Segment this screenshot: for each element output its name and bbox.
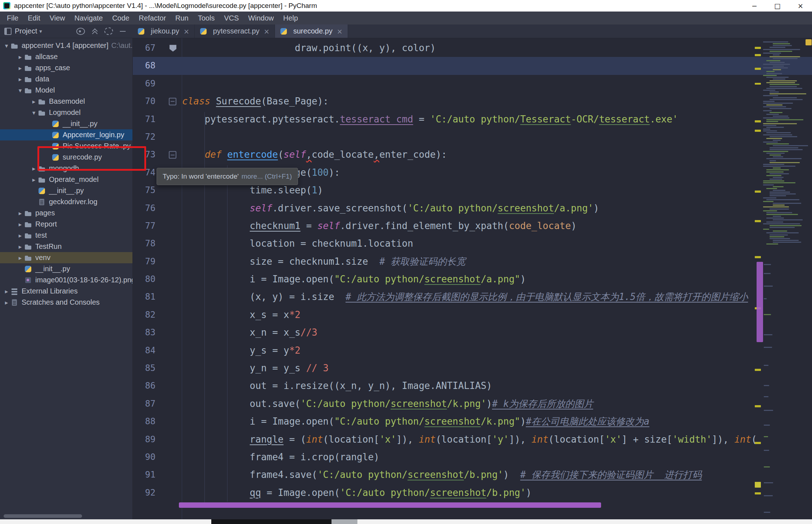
code-line-91[interactable]: 91 frame4.save('C:/auto python/screensho… [132, 466, 812, 484]
expand-icon[interactable]: ▸ [16, 76, 24, 83]
editor-vscrollbar-thumb[interactable] [757, 262, 763, 342]
code-line-88[interactable]: 88 i = Image.open("C:/auto python/screen… [132, 413, 812, 430]
chevron-down-icon[interactable]: ▾ [39, 28, 42, 35]
code-line-71[interactable]: 71 pytesseract.pytesseract.tesseract_cmd… [132, 111, 812, 128]
menu-item-view[interactable]: View [45, 12, 70, 24]
code-line-73[interactable]: 73 def entercode(self,code_locate,enter_… [132, 146, 812, 164]
tree-item-apps-case[interactable]: ▸apps_case [0, 62, 132, 73]
code-line-68[interactable]: 68 [132, 57, 812, 75]
code-line-86[interactable]: 86 out = i.resize((x_n, y_n), Image.ANTI… [132, 377, 812, 395]
tree-item-allcase[interactable]: ▸allcase [0, 51, 132, 62]
expand-icon[interactable]: ▸ [16, 243, 24, 250]
expand-icon[interactable]: ▸ [30, 98, 38, 105]
line-number: 68 [132, 57, 155, 75]
menu-item-file[interactable]: File [2, 12, 23, 24]
menu-item-refactor[interactable]: Refactor [134, 12, 171, 24]
code-line-77[interactable]: 77 checknum1 = self.driver.find_element_… [132, 217, 812, 235]
expand-icon[interactable]: ▸ [2, 288, 11, 295]
tree-item-geckodriver-log[interactable]: geckodriver.log [0, 196, 132, 207]
expand-icon[interactable]: ▸ [16, 64, 24, 72]
tree-item-operate-model[interactable]: ▸Operate_model [0, 174, 132, 185]
expand-icon[interactable]: ▸ [30, 176, 38, 183]
tree-item-scratches-and-consoles[interactable]: ▸Scratches and Consoles [0, 297, 132, 308]
project-panel-title[interactable]: Project [15, 27, 37, 35]
tab-pytesseract-py[interactable]: pytesseract.py× [195, 24, 275, 38]
code-line-84[interactable]: 84 y_s = y*2 [132, 342, 812, 359]
code-line-67[interactable]: 67 draw.point((x, y), color) [132, 39, 812, 57]
code-line-90[interactable]: 90 frame4 = i.crop(rangle) [132, 448, 812, 466]
tab-jiekou-py[interactable]: jiekou.py× [132, 24, 195, 38]
expand-icon[interactable]: ▸ [16, 254, 24, 261]
tab-surecode-py[interactable]: surecode.py× [275, 24, 348, 38]
code-line-92[interactable]: 92 qq = Image.open('C:/auto python/scree… [132, 484, 812, 502]
settings-icon[interactable] [104, 27, 113, 35]
tree-item-external-libraries[interactable]: ▸External Libraries [0, 286, 132, 297]
code-line-72[interactable]: 72 [132, 128, 812, 146]
minimize-button[interactable]: − [743, 0, 766, 12]
stripe-mark [755, 191, 761, 193]
editor[interactable]: 67 draw.point((x, y), color)686970class … [132, 38, 812, 519]
menu-item-help[interactable]: Help [279, 12, 303, 24]
expand-icon[interactable]: ▸ [16, 232, 24, 239]
project-hscrollbar-thumb[interactable] [4, 514, 82, 518]
menu-item-navigate[interactable]: Navigate [70, 12, 108, 24]
tree-item-pages[interactable]: ▸pages [0, 207, 132, 219]
expand-icon[interactable]: ▾ [30, 109, 38, 116]
tree-item-logmodel[interactable]: ▾Logmodel [0, 107, 132, 118]
tree-item-testrun[interactable]: ▸TestRun [0, 241, 132, 252]
code-text: out.save('C:/auto python/screenshot/k.pn… [180, 395, 593, 413]
tree-item-init-py[interactable]: __init__.py [0, 263, 132, 274]
fold-icon[interactable] [169, 151, 176, 159]
tab-close-icon[interactable]: × [264, 27, 270, 35]
tree-item-model[interactable]: ▾Model [0, 85, 132, 96]
menu-item-code[interactable]: Code [108, 12, 134, 24]
code-line-89[interactable]: 89 rangle = (int(location['x']), int(loc… [132, 431, 812, 448]
expand-icon[interactable]: ▸ [16, 53, 24, 61]
code-line-83[interactable]: 83 x_n = x_s//3 [132, 324, 812, 341]
fold-icon[interactable] [169, 98, 176, 105]
code-line-87[interactable]: 87 out.save('C:/auto python/screenshot/k… [132, 395, 812, 413]
expand-icon[interactable]: ▾ [16, 87, 24, 94]
code-line-82[interactable]: 82 x_s = x*2 [132, 306, 812, 324]
menu-item-tools[interactable]: Tools [193, 12, 220, 24]
code-line-69[interactable]: 69 [132, 75, 812, 93]
tree-item-init-py[interactable]: __init__.py [0, 185, 132, 196]
close-button[interactable]: × [789, 0, 812, 12]
hide-panel-icon[interactable] [119, 28, 126, 35]
code-line-80[interactable]: 80 i = Image.open("C:/auto python/screen… [132, 270, 812, 288]
tree-item-test[interactable]: ▸test [0, 230, 132, 241]
inspections-indicator[interactable] [806, 39, 812, 45]
tree-item-report[interactable]: ▸Report [0, 219, 132, 230]
minimap-line [766, 71, 775, 72]
locate-icon[interactable] [76, 28, 85, 35]
expand-icon[interactable]: ▾ [2, 42, 11, 49]
menu-item-window[interactable]: Window [244, 12, 279, 24]
tree-item-init-py[interactable]: __init__.py [0, 118, 132, 129]
expand-icon[interactable]: ▸ [2, 299, 11, 306]
code-line-79[interactable]: 79 size = checknum1.size # 获取验证码的长宽 [132, 253, 812, 270]
tree-item-venv[interactable]: ▸venv [0, 252, 132, 263]
menu-item-run[interactable]: Run [171, 12, 193, 24]
expand-icon[interactable]: ▸ [16, 210, 24, 217]
code-line-78[interactable]: 78 location = checknum1.location [132, 235, 812, 252]
menu-item-edit[interactable]: Edit [23, 12, 45, 24]
code-line-70[interactable]: 70class Surecode(Base_Page): [132, 93, 812, 110]
tab-close-icon[interactable]: × [337, 27, 343, 35]
expand-icon[interactable]: ▸ [30, 165, 38, 172]
code-line-85[interactable]: 85 y_n = y_s // 3 [132, 359, 812, 377]
editor-hscrollbar-thumb[interactable] [179, 502, 601, 508]
tree-item-appcenter-login-py[interactable]: Appcenter_login.py [0, 129, 132, 140]
collapse-all-icon[interactable] [91, 28, 98, 35]
code-line-76[interactable]: 76 self.driver.save_screenshot('C:/auto … [132, 200, 812, 217]
maximize-button[interactable]: □ [766, 0, 789, 12]
tree-item-appcenter-v1-4-appcenter[interactable]: ▾appcenter V1.4 [appcenter]C:\aut... [0, 40, 132, 51]
menu-item-vcs[interactable]: VCS [219, 12, 243, 24]
code-line-81[interactable]: 81 (x, y) = i.size # 此方法为调整保存后截图的显示比例，由于… [132, 288, 812, 306]
tooltip-more-link[interactable]: more... (Ctrl+F1) [242, 173, 292, 180]
tree-item-data[interactable]: ▸data [0, 73, 132, 85]
tab-close-icon[interactable]: × [184, 27, 189, 35]
expand-icon[interactable]: ▸ [16, 221, 24, 228]
tree-item-image001-03-18-16-26-12-png[interactable]: image001(03-18-16-26-12).png [0, 274, 132, 286]
tree-item-basemodel[interactable]: ▸Basemodel [0, 96, 132, 107]
project-toolwindow-icon[interactable] [4, 28, 12, 35]
